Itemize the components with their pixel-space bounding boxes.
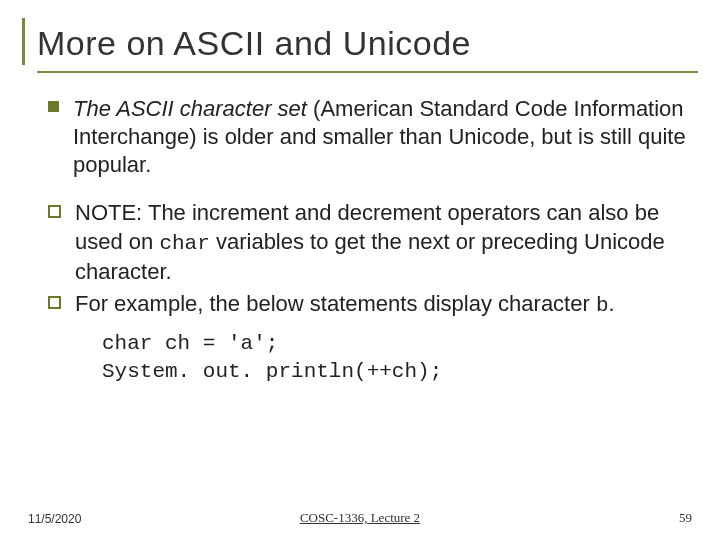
bullet-2-text: NOTE: The increment and decrement operat…: [75, 199, 692, 285]
footer-page-number: 59: [679, 510, 692, 526]
content-area: The ASCII character set (American Standa…: [22, 95, 698, 386]
code-block: char ch = 'a'; System. out. println(++ch…: [48, 330, 692, 387]
square-outline-bullet-icon: [48, 205, 61, 218]
title-rule-left: More on ASCII and Unicode: [22, 18, 698, 65]
slide-title: More on ASCII and Unicode: [37, 24, 698, 63]
square-bullet-icon: [48, 101, 59, 112]
bullet-1-italic: The ASCII character set: [73, 96, 307, 121]
footer-date: 11/5/2020: [28, 512, 81, 526]
footer-course: COSC-1336, Lecture 2: [300, 510, 420, 526]
bullet-3-text: For example, the below statements displa…: [75, 290, 615, 320]
slide: More on ASCII and Unicode The ASCII char…: [0, 0, 720, 540]
square-outline-bullet-icon: [48, 296, 61, 309]
code-line-1: char ch = 'a';: [102, 330, 692, 358]
bullet-item-2: NOTE: The increment and decrement operat…: [48, 199, 692, 285]
slide-footer: 11/5/2020 COSC-1336, Lecture 2 59: [0, 510, 720, 526]
title-underline: [37, 71, 698, 73]
bullet-1-text: The ASCII character set (American Standa…: [73, 95, 692, 179]
bullet-3-a: For example, the below statements displa…: [75, 291, 596, 316]
bullet-item-1: The ASCII character set (American Standa…: [48, 95, 692, 179]
bullet-item-3: For example, the below statements displa…: [48, 290, 692, 320]
code-line-2: System. out. println(++ch);: [102, 358, 692, 386]
bullet-2-code: char: [159, 232, 209, 255]
bullet-3-b: .: [609, 291, 615, 316]
bullet-3-code: b: [596, 294, 609, 317]
